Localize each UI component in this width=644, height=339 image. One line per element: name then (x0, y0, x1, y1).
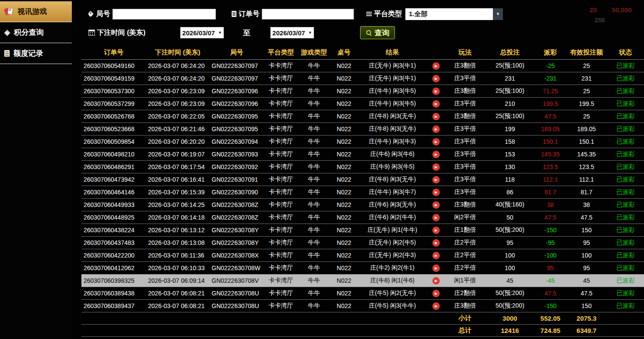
cell-bet-type: 庄2平倍 (445, 261, 485, 274)
table-row[interactable]: 260307060537300 2026-03-07 06:23:09 GN02… (81, 85, 644, 97)
table-row[interactable]: 260307060389438 2026-03-07 06:08:21 GN02… (81, 287, 644, 299)
table-row[interactable]: 260307060526768 2026-03-07 06:22:05 GN02… (81, 110, 644, 122)
cell-table-number: N022 (330, 211, 358, 224)
play-video-button[interactable]: ▶ (432, 100, 440, 108)
table-row[interactable]: 260307060549159 2026-03-07 06:24:20 GN02… (81, 72, 644, 85)
table-row[interactable]: 260307060437483 2026-03-07 06:13:08 GN02… (81, 236, 644, 249)
table-row[interactable]: 260307060523668 2026-03-07 06:21:46 GN02… (81, 122, 644, 135)
filter-row-bottom: 下注时间 (美东) 2026/03/07 ▼ 至 2026/03/07 ▼ 查询 (88, 26, 644, 39)
bet-time-label-text: 下注时间 (美东) (97, 28, 145, 37)
cell-table-number: N022 (330, 135, 358, 148)
play-video-button[interactable]: ▶ (432, 125, 440, 133)
cell-platform-type: 卡卡湾厅 (264, 122, 298, 135)
order-input[interactable] (262, 9, 354, 20)
cell-platform-type: 卡卡湾厅 (264, 249, 298, 261)
play-video-button[interactable]: ▶ (432, 290, 440, 297)
date-from-picker[interactable]: 2026/03/07 ▼ (180, 27, 224, 38)
cell-order-number: 260307060537300 (81, 85, 146, 97)
play-video-button[interactable]: ▶ (432, 138, 440, 146)
cell-video: ▶ (427, 97, 445, 110)
play-video-button[interactable]: ▶ (432, 264, 440, 272)
cell-bet-type: 庄2平倍 (445, 249, 485, 261)
cell-table-number: N022 (330, 173, 358, 186)
cell-video: ▶ (427, 148, 445, 160)
cell-video: ▶ (427, 299, 445, 312)
chevron-down-icon: ▼ (308, 31, 312, 35)
cell-total-bet: 25(预:100) (485, 59, 535, 72)
play-video-button[interactable]: ▶ (432, 227, 440, 234)
cell-table-number: N022 (330, 186, 358, 198)
cell-valid-bet: 38 (566, 198, 607, 211)
table-row[interactable]: 260307060549160 2026-03-07 06:24:20 GN02… (81, 59, 644, 72)
cell-total-bet: 50 (485, 211, 535, 224)
play-video-button[interactable]: ▶ (432, 277, 440, 285)
cell-round-number: GN02226307096 (209, 85, 264, 97)
cell-game-type: 牛牛 (298, 85, 330, 97)
round-input[interactable] (112, 9, 216, 20)
cell-bet-type: 闲2平倍 (445, 211, 485, 224)
date-to-picker[interactable]: 2026/03/07 ▼ (270, 27, 314, 38)
cell-table-number: N022 (330, 261, 358, 274)
play-video-button[interactable]: ▶ (432, 252, 440, 259)
table-row[interactable]: 260307060486291 2026-03-07 06:17:54 GN02… (81, 160, 644, 173)
cell-game-type: 牛牛 (298, 261, 330, 274)
table-row[interactable]: 260307060422200 2026-03-07 06:11:36 GN02… (81, 249, 644, 261)
sidebar-item-points-query[interactable]: ◈ 积分查询 (0, 22, 72, 43)
table-row[interactable]: 260307060438224 2026-03-07 06:13:12 GN02… (81, 224, 644, 236)
cell-bet-time: 2026-03-07 06:14:25 (146, 198, 209, 211)
play-video-button[interactable]: ▶ (432, 189, 440, 196)
sidebar-item-credit-records[interactable]: 额度记录 (0, 43, 72, 64)
play-video-button[interactable]: ▶ (432, 239, 440, 247)
cell-platform-type: 卡卡湾厅 (264, 59, 298, 72)
play-video-button[interactable]: ▶ (432, 201, 440, 209)
play-video-button[interactable]: ▶ (432, 163, 440, 171)
cell-game-type: 牛牛 (298, 299, 330, 312)
table-row[interactable]: 260307060389437 2026-03-07 06:08:21 GN02… (81, 299, 644, 312)
cell-payout: -45 (535, 274, 566, 287)
table-row[interactable]: 260307060537299 2026-03-07 06:23:09 GN02… (81, 97, 644, 110)
table-row[interactable]: 260307060449933 2026-03-07 06:14:25 GN02… (81, 198, 644, 211)
platform-type-select[interactable]: 1.全部 ▼ (405, 8, 503, 20)
play-video-button[interactable]: ▶ (432, 75, 440, 82)
cell-platform-type: 卡卡湾厅 (264, 148, 298, 160)
table-row[interactable]: 260307060398325 2026-03-07 06:09:14 GN02… (81, 274, 644, 287)
play-video-button[interactable]: ▶ (432, 151, 440, 158)
col-header-game-type: 游戏类型 (298, 46, 330, 59)
cell-status: 已派彩 (607, 211, 644, 224)
cell-valid-bet: 47.5 (566, 287, 607, 299)
table-row[interactable]: 260307060464146 2026-03-07 06:15:39 GN02… (81, 186, 644, 198)
subtotal-label: 小计 (445, 312, 485, 324)
cell-bet-type: 庄3平倍 (445, 135, 485, 148)
cell-status: 已派彩 (607, 261, 644, 274)
table-row[interactable]: 260307060498210 2026-03-07 06:19:07 GN02… (81, 148, 644, 160)
cell-payout: 189.05 (535, 122, 566, 135)
cell-round-number: GN0222630708Y (209, 224, 264, 236)
play-video-button[interactable]: ▶ (432, 62, 440, 70)
cell-payout: -95 (535, 236, 566, 249)
cell-video: ▶ (427, 198, 445, 211)
play-video-button[interactable]: ▶ (432, 176, 440, 183)
table-row[interactable]: 260307060448925 2026-03-07 06:14:18 GN02… (81, 211, 644, 224)
grand-total-row: 总计 12416 724.85 6349.7 (81, 324, 644, 336)
play-video-button[interactable]: ▶ (432, 88, 440, 95)
cell-status: 已派彩 (607, 122, 644, 135)
cell-order-number: 260307060437483 (81, 236, 146, 249)
cell-order-number: 260307060549160 (81, 59, 146, 72)
table-row[interactable]: 260307060412062 2026-03-07 06:10:33 GN02… (81, 261, 644, 274)
play-video-button[interactable]: ▶ (432, 302, 440, 310)
cell-valid-bet: 25 (566, 110, 607, 122)
cell-valid-bet: 145.35 (566, 148, 607, 160)
sidebar-item-video-games[interactable]: 视讯游戏 (0, 1, 72, 22)
play-video-button[interactable]: ▶ (432, 113, 440, 120)
cell-status: 已派彩 (607, 72, 644, 85)
cell-table-number: N022 (330, 97, 358, 110)
table-row[interactable]: 260307060509854 2026-03-07 06:20:20 GN02… (81, 135, 644, 148)
search-button[interactable]: 查询 (360, 26, 395, 39)
sidebar-item-label: 积分查询 (14, 27, 44, 37)
col-header-table-no: 桌号 (330, 46, 358, 59)
cell-payout: 47.5 (535, 211, 566, 224)
table-row[interactable]: 260307060473942 2026-03-07 06:16:41 GN02… (81, 173, 644, 186)
order-document-icon (232, 11, 236, 17)
play-video-button[interactable]: ▶ (432, 214, 440, 221)
cell-round-number: GN0222630708Y (209, 236, 264, 249)
